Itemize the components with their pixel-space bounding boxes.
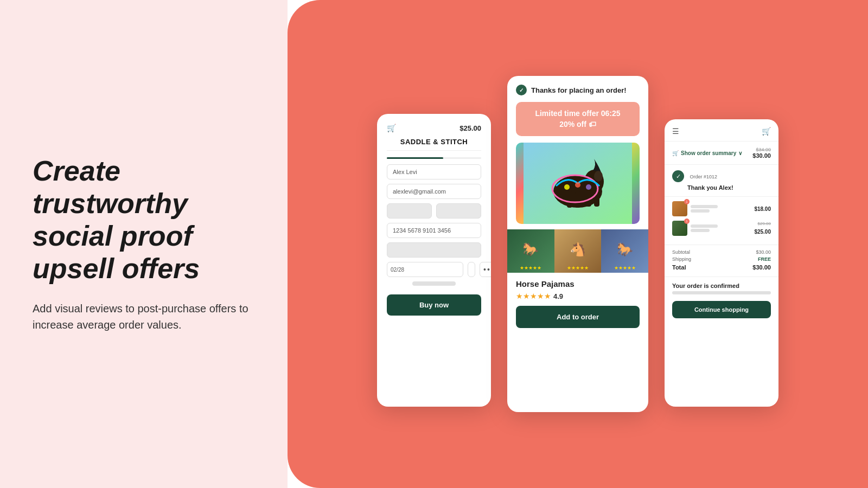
svg-point-11 bbox=[594, 171, 603, 182]
item-thumb-2: 1 bbox=[672, 221, 687, 236]
item-text-2 bbox=[691, 224, 718, 232]
svg-point-9 bbox=[575, 182, 580, 188]
buy-button-container: Buy now bbox=[377, 294, 491, 325]
checkout-phone-card: 🛒 $25.00 SADDLE & STITCH ••• bbox=[377, 114, 491, 407]
product-name: Horse Pajamas bbox=[516, 279, 640, 288]
item-line-2a bbox=[691, 224, 718, 228]
stars-row: ★★★★★ 4.9 bbox=[516, 292, 640, 300]
field-placeholder-3 bbox=[468, 262, 475, 277]
checkout-form: ••• bbox=[377, 164, 491, 286]
check-circle-icon: ✓ bbox=[516, 85, 527, 95]
shipping-label: Shipping bbox=[672, 256, 691, 262]
thumb-stars-2: ★★★★★ bbox=[567, 265, 589, 271]
summary-text: Show order summary bbox=[681, 150, 736, 156]
item-line-1b bbox=[691, 209, 710, 213]
subtotal-label: Subtotal bbox=[672, 249, 690, 255]
item-price-2-original: $29.00 bbox=[754, 221, 771, 226]
divider bbox=[387, 150, 481, 151]
progress-track bbox=[387, 157, 481, 159]
item-price-2: $25.00 bbox=[754, 229, 771, 235]
thumb-1[interactable]: 🐎 ★★★★★ bbox=[507, 229, 554, 273]
total-value: $30.00 bbox=[752, 264, 771, 271]
thank-you-text: Thank you Alex! bbox=[672, 184, 771, 191]
horse-product-image bbox=[516, 143, 640, 224]
left-panel: Create trustworthy social proof upsell o… bbox=[0, 0, 288, 488]
shipping-value: FREE bbox=[758, 256, 771, 262]
thumb-horse-icon-1: 🐎 bbox=[522, 242, 539, 257]
store-name: SADDLE & STITCH bbox=[377, 138, 491, 150]
thanks-header: ✓ Thanks for placing an order! bbox=[516, 85, 640, 95]
price-current: $30.00 bbox=[752, 152, 771, 159]
expiry-field[interactable] bbox=[387, 262, 463, 277]
card-number-field[interactable] bbox=[387, 223, 481, 238]
offer-discount: 20% off 🏷 bbox=[522, 119, 633, 130]
name-field[interactable] bbox=[387, 164, 481, 179]
dots-field: ••• bbox=[480, 262, 491, 277]
order-item-2: 1 $29.00 $25.00 bbox=[672, 221, 771, 236]
product-rating: 4.9 bbox=[553, 292, 563, 300]
cart-icon: 🛒 bbox=[387, 124, 396, 132]
phone2-bottom: Horse Pajamas ★★★★★ 4.9 Add to order bbox=[507, 273, 648, 336]
order-item-2-left: 1 bbox=[672, 221, 718, 236]
gray-bar bbox=[412, 281, 456, 286]
cart-icon-p3[interactable]: 🛒 bbox=[762, 127, 771, 136]
upsell-phone-card: ✓ Thanks for placing an order! Limited t… bbox=[507, 76, 648, 412]
svg-rect-5 bbox=[567, 191, 572, 208]
thumb-stars-1: ★★★★★ bbox=[520, 265, 541, 271]
thumb-3[interactable]: 🐎 ★★★★★ bbox=[601, 229, 648, 273]
item-line-2b bbox=[691, 229, 710, 232]
progress-fill bbox=[387, 157, 443, 159]
offer-label: Limited time offer 06:25 bbox=[522, 108, 633, 119]
thumb-horse-icon-3: 🐎 bbox=[617, 242, 633, 257]
shipping-row: Shipping FREE bbox=[672, 256, 771, 262]
left-content: Create trustworthy social proof upsell o… bbox=[33, 155, 255, 332]
form-row-1 bbox=[387, 203, 481, 219]
item-price-1: $18.00 bbox=[754, 206, 771, 212]
email-field[interactable] bbox=[387, 184, 481, 199]
checkout-price: $25.00 bbox=[459, 124, 481, 132]
horse-svg bbox=[524, 143, 632, 224]
phone1-header: 🛒 $25.00 bbox=[377, 114, 491, 138]
thumb-stars-3: ★★★★★ bbox=[614, 265, 636, 271]
order-number: Order #1012 bbox=[690, 174, 717, 179]
item-line-1a bbox=[691, 205, 718, 208]
limited-offer-banner: Limited time offer 06:25 20% off 🏷 bbox=[516, 102, 640, 136]
add-to-order-button[interactable]: Add to order bbox=[516, 306, 640, 328]
page-title: Create trustworthy social proof upsell o… bbox=[33, 155, 255, 285]
field-placeholder-2 bbox=[436, 203, 481, 219]
order-totals: Subtotal $30.00 Shipping FREE Total $30.… bbox=[665, 245, 778, 277]
order-summary-price: $34.00 $30.00 bbox=[752, 147, 771, 159]
svg-point-8 bbox=[564, 184, 570, 190]
buy-now-button[interactable]: Buy now bbox=[387, 294, 481, 316]
continue-shopping-button[interactable]: Continue shopping bbox=[672, 301, 771, 318]
svg-rect-6 bbox=[575, 191, 580, 208]
right-panel: 🛒 $25.00 SADDLE & STITCH ••• bbox=[288, 0, 868, 488]
chevron-icon: ∨ bbox=[738, 150, 742, 156]
item-text-1 bbox=[691, 205, 718, 213]
item-price-2-container: $29.00 $25.00 bbox=[754, 221, 771, 236]
total-row: Total $30.00 bbox=[672, 264, 771, 271]
confirmed-title: Your order is confirmed bbox=[672, 282, 771, 289]
form-row-3: ••• bbox=[387, 262, 481, 277]
order-items: 1 $18.00 1 bbox=[665, 197, 778, 245]
check-circle-order: ✓ bbox=[672, 170, 684, 182]
thumbnails-row: 🐎 ★★★★★ 🐴 ★★★★★ 🐎 ★★★★★ bbox=[507, 229, 648, 273]
item-thumb-1: 1 bbox=[672, 201, 687, 216]
order-confirmed-section: ✓ Order #1012 Thank you Alex! bbox=[665, 165, 778, 197]
confirmed-subtitle bbox=[672, 291, 771, 294]
order-summary-label[interactable]: 🛒 Show order summary ∨ bbox=[672, 150, 742, 156]
cart-icon-summary: 🛒 bbox=[672, 150, 679, 156]
thumb-horse-icon-2: 🐴 bbox=[570, 242, 586, 257]
product-stars: ★★★★★ bbox=[516, 292, 551, 300]
progress-bar-container bbox=[377, 157, 491, 159]
order-item-1: 1 $18.00 bbox=[672, 201, 771, 216]
page-subtitle: Add visual reviews to post-purchase offe… bbox=[33, 300, 255, 333]
phone2-top: ✓ Thanks for placing an order! Limited t… bbox=[507, 76, 648, 229]
thumb-2[interactable]: 🐴 ★★★★★ bbox=[554, 229, 602, 273]
order-item-1-left: 1 bbox=[672, 201, 718, 216]
order-summary-row: 🛒 Show order summary ∨ $34.00 $30.00 bbox=[665, 142, 778, 165]
field-placeholder-1 bbox=[387, 203, 432, 219]
hamburger-icon[interactable]: ☰ bbox=[672, 127, 679, 136]
total-label: Total bbox=[672, 264, 686, 271]
confirmed-section: Your order is confirmed Continue shoppin… bbox=[665, 277, 778, 324]
